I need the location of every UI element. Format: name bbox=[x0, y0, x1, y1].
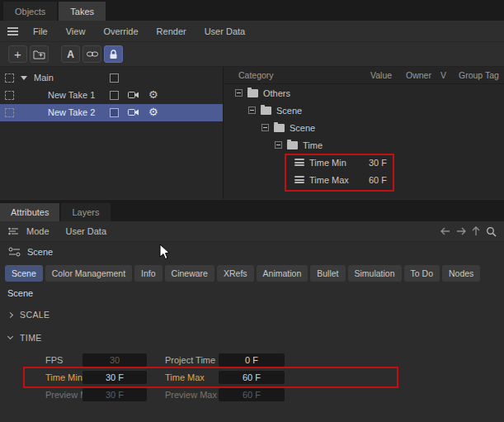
field-row-fps-project-time: FPS 30 Project Time 0 F bbox=[0, 352, 504, 369]
take-checkbox[interactable] bbox=[110, 108, 119, 117]
section-label: TIME bbox=[20, 333, 42, 343]
override-value[interactable]: 30 F bbox=[362, 158, 387, 168]
column-category[interactable]: Category bbox=[238, 70, 274, 80]
folder-plus-icon bbox=[33, 50, 45, 59]
up-icon[interactable] bbox=[472, 226, 480, 236]
column-v[interactable]: V bbox=[440, 70, 446, 80]
attributes-tab-bar: Attributes Layers bbox=[0, 200, 504, 221]
tab-scene[interactable]: Scene bbox=[5, 265, 43, 282]
field-label-preview-max: Preview Max bbox=[165, 390, 217, 400]
field-value-time-min[interactable]: 30 F bbox=[82, 371, 147, 384]
override-tree-row-time[interactable]: Time bbox=[224, 136, 504, 154]
take-row-new-take-2[interactable]: New Take 2 bbox=[0, 104, 223, 121]
lock-takes-button[interactable] bbox=[104, 45, 123, 63]
camera-icon[interactable] bbox=[128, 91, 139, 101]
section-scale[interactable]: SCALE bbox=[8, 310, 49, 320]
tree-label: Scene bbox=[276, 106, 302, 116]
collapse-icon[interactable] bbox=[235, 89, 243, 97]
time-field-grid: FPS 30 Project Time 0 F Time Min 30 F Ti… bbox=[0, 352, 504, 404]
tab-nodes[interactable]: Nodes bbox=[442, 265, 480, 282]
expand-caret-icon[interactable] bbox=[21, 76, 27, 80]
tab-attributes[interactable]: Attributes bbox=[0, 203, 59, 221]
search-icon[interactable] bbox=[486, 226, 497, 237]
tab-xrefs[interactable]: XRefs bbox=[217, 265, 254, 282]
take-checkbox[interactable] bbox=[110, 91, 119, 100]
collapse-icon[interactable] bbox=[275, 141, 282, 149]
new-group-button[interactable] bbox=[30, 45, 49, 63]
section-time[interactable]: TIME bbox=[8, 333, 42, 343]
field-value-preview-min[interactable]: 30 F bbox=[82, 388, 147, 401]
field-value-time-max[interactable]: 60 F bbox=[219, 371, 285, 384]
menu-mode[interactable]: Mode bbox=[18, 226, 58, 236]
chevron-right-icon bbox=[7, 311, 13, 317]
collapse-icon[interactable] bbox=[248, 107, 256, 114]
field-value-preview-max[interactable]: 60 F bbox=[219, 388, 285, 401]
hamburger-menu-icon[interactable] bbox=[0, 27, 24, 36]
tab-info[interactable]: Info bbox=[134, 265, 163, 282]
overrides-panel: Category Value Owner V Group Tag Others … bbox=[224, 67, 504, 199]
folder-icon bbox=[274, 124, 285, 132]
tab-animation[interactable]: Animation bbox=[257, 265, 309, 282]
tab-simulation[interactable]: Simulation bbox=[348, 265, 402, 282]
folder-icon bbox=[287, 141, 298, 149]
link-override-button[interactable] bbox=[82, 45, 101, 63]
menu-view[interactable]: View bbox=[57, 26, 95, 36]
gear-icon[interactable] bbox=[148, 88, 158, 101]
tab-bullet[interactable]: Bullet bbox=[310, 265, 345, 282]
gear-icon[interactable] bbox=[148, 106, 158, 118]
auto-take-icon: A bbox=[67, 49, 74, 60]
override-tree-row-others[interactable]: Others bbox=[224, 84, 504, 102]
tab-layers[interactable]: Layers bbox=[61, 203, 110, 221]
camera-icon[interactable] bbox=[128, 108, 139, 118]
tab-takes[interactable]: Takes bbox=[59, 2, 106, 21]
object-name: Scene bbox=[27, 247, 53, 257]
take-row-new-take-1[interactable]: New Take 1 bbox=[0, 87, 223, 104]
override-tree-row-scene[interactable]: Scene bbox=[224, 102, 504, 119]
take-list: Main New Take 1 New Take 2 bbox=[0, 67, 224, 199]
add-take-button[interactable] bbox=[8, 45, 27, 63]
auto-take-button[interactable]: A bbox=[61, 45, 80, 63]
tab-cineware[interactable]: Cineware bbox=[165, 265, 214, 282]
selected-object-row[interactable]: Scene bbox=[0, 242, 504, 262]
column-value[interactable]: Value bbox=[370, 70, 392, 80]
attribute-group-title: Scene bbox=[7, 288, 33, 298]
take-label: Main bbox=[34, 73, 54, 83]
menu-user-data[interactable]: User Data bbox=[195, 26, 255, 36]
field-label-project-time: Project Time bbox=[165, 355, 215, 365]
attribute-section-tabs: Scene Color Management Info Cineware XRe… bbox=[0, 263, 504, 284]
field-row-preview-min-max: Preview Min 30 F Preview Max 60 F bbox=[0, 386, 504, 404]
field-row-time-min-max: Time Min 30 F Time Max 60 F bbox=[0, 369, 504, 386]
override-label: Time Max bbox=[309, 175, 349, 185]
override-row-time-max[interactable]: Time Max 60 F bbox=[224, 171, 504, 188]
field-label-time-max: Time Max bbox=[165, 372, 205, 382]
field-value-project-time[interactable]: 0 F bbox=[219, 353, 285, 367]
override-tree-row-scene-2[interactable]: Scene bbox=[224, 119, 504, 136]
forward-icon[interactable] bbox=[456, 227, 466, 235]
field-value-fps[interactable]: 30 bbox=[82, 353, 147, 367]
column-owner[interactable]: Owner bbox=[406, 70, 431, 80]
field-label-fps: FPS bbox=[45, 355, 63, 365]
selection-marker-icon[interactable] bbox=[5, 91, 14, 100]
column-group-tag[interactable]: Group Tag bbox=[459, 70, 499, 80]
takes-manager-window: Objects Takes File View Override Render … bbox=[0, 0, 504, 422]
takes-toolbar: A bbox=[0, 42, 504, 67]
back-icon[interactable] bbox=[440, 227, 450, 235]
menu-override[interactable]: Override bbox=[94, 26, 147, 36]
menu-render[interactable]: Render bbox=[148, 26, 195, 36]
menu-file[interactable]: File bbox=[24, 26, 57, 36]
override-value[interactable]: 60 F bbox=[362, 175, 387, 185]
collapse-icon[interactable] bbox=[261, 124, 269, 131]
tab-objects[interactable]: Objects bbox=[3, 2, 57, 21]
tab-to-do[interactable]: To Do bbox=[404, 265, 440, 282]
selection-marker-icon[interactable] bbox=[5, 73, 14, 83]
take-row-main[interactable]: Main bbox=[0, 69, 223, 87]
lock-icon bbox=[109, 50, 118, 59]
take-checkbox[interactable] bbox=[110, 73, 119, 83]
tab-color-management[interactable]: Color Management bbox=[45, 265, 132, 282]
section-label: SCALE bbox=[20, 310, 49, 320]
override-row-time-min[interactable]: Time Min 30 F bbox=[224, 154, 504, 171]
selection-marker-icon[interactable] bbox=[5, 108, 14, 117]
take-label: New Take 1 bbox=[48, 90, 95, 100]
take-label: New Take 2 bbox=[48, 107, 95, 117]
menu-attr-user-data[interactable]: User Data bbox=[58, 226, 115, 236]
